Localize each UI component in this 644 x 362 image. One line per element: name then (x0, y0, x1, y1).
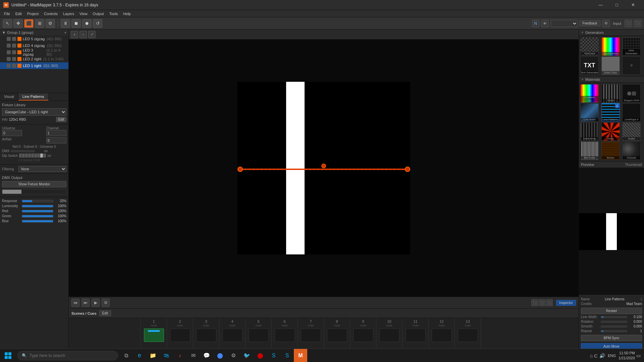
maximize-button[interactable]: □ (609, 0, 625, 10)
system-clock[interactable]: 11:50 PM 1/21/2020 (619, 351, 635, 360)
playback-forward-end[interactable]: ⏭ (82, 299, 90, 307)
layer-eye-led2[interactable] (7, 57, 11, 61)
repeat-track[interactable] (601, 330, 627, 332)
tool-gear[interactable]: ⚙ (46, 19, 55, 28)
rotation-track[interactable] (601, 321, 627, 323)
preview-toggle[interactable]: 👁 (541, 20, 549, 27)
green-track[interactable] (22, 215, 53, 218)
inspector-button[interactable]: Inspector (556, 300, 576, 306)
layer-item-led1[interactable]: LED 1 right (0|1-360) (0, 62, 68, 69)
layer-item-led4[interactable]: LED 4 zigzag (3|1-360) (0, 42, 68, 49)
scene-cell-12[interactable] (432, 328, 452, 342)
minimize-button[interactable]: — (593, 0, 608, 10)
input-icon-1[interactable]: ⬛ (625, 20, 632, 27)
dip-sw-2[interactable] (22, 154, 25, 158)
layer-eye-led5[interactable] (7, 37, 11, 41)
taskbar-circle[interactable]: ⬤ (254, 349, 267, 362)
playback-record[interactable]: ⏺ (82, 19, 92, 28)
channel-input[interactable] (46, 130, 66, 136)
mat-siren[interactable]: Siren (601, 122, 620, 141)
scene-cell-5[interactable] (249, 328, 269, 342)
start-button[interactable] (0, 349, 16, 362)
gen-add-button[interactable]: + (622, 56, 641, 75)
dip-sw-9[interactable] (43, 154, 46, 158)
input-icon-2[interactable]: ⬛ (634, 20, 641, 27)
scene-cell-8[interactable] (327, 328, 347, 342)
linewidth-track[interactable] (601, 316, 627, 318)
layer-eye-led1[interactable] (7, 64, 11, 68)
layer-item-led3[interactable]: LED 3 zigzag (2-1 to 4-60) (0, 49, 68, 56)
playback-stop[interactable]: ⏹ (71, 19, 81, 28)
fixture-select[interactable]: GarageCube - LED 1 right (2, 108, 66, 116)
mat-guitar[interactable]: Guitar (622, 122, 641, 141)
scene-cell-4[interactable] (222, 328, 243, 342)
gen-testcard[interactable]: TestCard (580, 37, 599, 56)
edit-scenes-button[interactable]: Edit (99, 310, 111, 316)
dip-sw-7[interactable] (37, 154, 40, 158)
nuitrack-icon[interactable]: N (532, 20, 539, 27)
gen-colorpatterns[interactable]: ColorPatterns (601, 37, 620, 56)
menu-project[interactable]: Project (24, 11, 41, 16)
scene-cell-2[interactable] (170, 328, 190, 342)
mat-gradient-color[interactable]: Gradient Colo... (580, 84, 599, 103)
dip-sw-1[interactable] (19, 154, 22, 158)
scene-cell-9[interactable] (353, 328, 373, 342)
scene-cell-13[interactable] (458, 328, 478, 342)
tool-grid[interactable]: ⊞ (35, 19, 44, 28)
menu-controls[interactable]: Controls (41, 11, 60, 16)
luminosity-track[interactable] (22, 205, 53, 207)
layer-eye-led3[interactable] (7, 50, 11, 54)
taskbar-search[interactable]: 🔍 (17, 351, 118, 360)
close-button[interactable]: ✕ (625, 0, 641, 10)
dip-sw-4[interactable] (28, 154, 31, 158)
layer-item-led5[interactable]: LED 5 zigzag (4|1-360) (0, 36, 68, 42)
dip-sw-8[interactable] (40, 154, 43, 158)
artnet-input[interactable] (46, 137, 66, 143)
thumbnail-toggle[interactable]: Thumbnail (625, 163, 642, 167)
tool-move[interactable]: ✥ (13, 19, 23, 28)
layer-lock-led5[interactable] (12, 37, 16, 41)
response-track[interactable] (22, 200, 53, 202)
taskbar-madmapper[interactable]: M (294, 349, 307, 362)
layer-lock-led3[interactable] (12, 50, 16, 54)
mat-clouds[interactable]: iClouds (622, 141, 641, 160)
mat-barcode[interactable]: Bar Code (580, 141, 599, 160)
add-layer-icon[interactable]: + (64, 31, 66, 35)
scene-cell-7[interactable] (301, 328, 321, 342)
insp-toggle-1[interactable]: ⬛ (531, 299, 538, 306)
taskbar-ie[interactable]: e (133, 349, 146, 362)
canvas-expand[interactable]: ⤢ (88, 31, 96, 38)
playback-refresh[interactable]: ↺ (93, 19, 102, 28)
output-select[interactable] (551, 20, 578, 27)
mat-strob[interactable]: Strob (601, 84, 620, 103)
canvas-led-bar[interactable] (237, 166, 410, 172)
scene-cell-10[interactable] (379, 328, 399, 342)
dip-sw-6[interactable] (34, 154, 37, 158)
menu-file[interactable]: File (1, 11, 13, 16)
playback-back-start[interactable]: ⏮ (71, 299, 79, 307)
layer-lock-led1[interactable] (12, 64, 16, 68)
taskbar-store[interactable]: 🛍 (160, 349, 173, 362)
tab-visual[interactable]: Visual (0, 93, 18, 101)
mat-bricks[interactable]: Bricks (601, 141, 620, 160)
show-fixture-button[interactable]: Show Fixture Monitor (2, 181, 66, 187)
taskbar-skype1[interactable]: S (267, 349, 280, 362)
menu-help[interactable]: Help (120, 11, 133, 16)
scene-cell-6[interactable] (275, 328, 295, 342)
led-right-endpoint[interactable] (405, 167, 410, 172)
menu-edit[interactable]: Edit (13, 11, 24, 16)
mat-linerope[interactable]: LineRope # (622, 103, 641, 122)
volume-icon[interactable]: 🔊 (599, 353, 605, 358)
scene-cell-3[interactable] (196, 328, 216, 342)
gen-textgenerator[interactable]: TXT Text Generator (580, 56, 599, 75)
smooth-track[interactable] (601, 325, 627, 327)
taskbar-chrome[interactable]: ⬤ (213, 349, 227, 362)
taskbar-itunes[interactable]: ♪ (173, 349, 186, 362)
insp-toggle-2[interactable]: ⬛ (539, 299, 545, 306)
menu-tools[interactable]: Tools (107, 11, 121, 16)
scene-cell-1[interactable] (144, 328, 164, 342)
canvas-container[interactable] (69, 40, 579, 297)
taskbar-explorer[interactable]: 📁 (146, 349, 160, 362)
insp-toggle-3[interactable]: ⬛ (546, 299, 553, 306)
red-track[interactable] (22, 210, 53, 213)
